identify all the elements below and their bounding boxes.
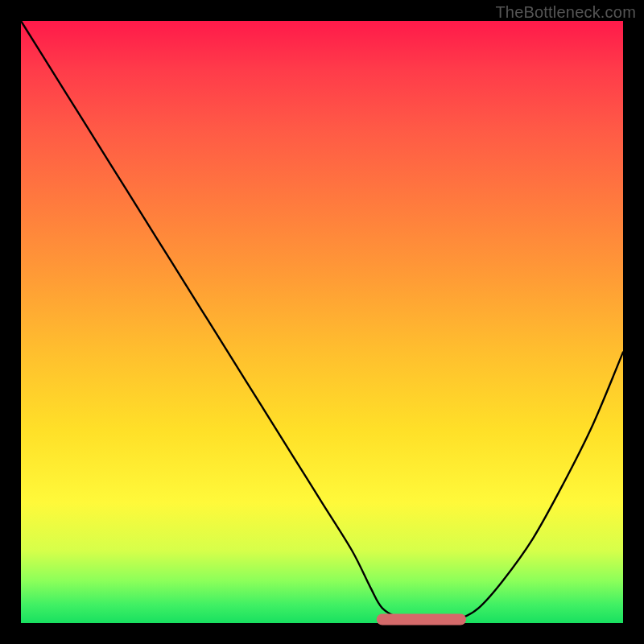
- chart-frame: TheBottleneck.com: [0, 0, 644, 644]
- bottleneck-curve-svg: [21, 21, 623, 623]
- v-curve: [21, 21, 623, 621]
- attribution-text: TheBottleneck.com: [495, 3, 636, 22]
